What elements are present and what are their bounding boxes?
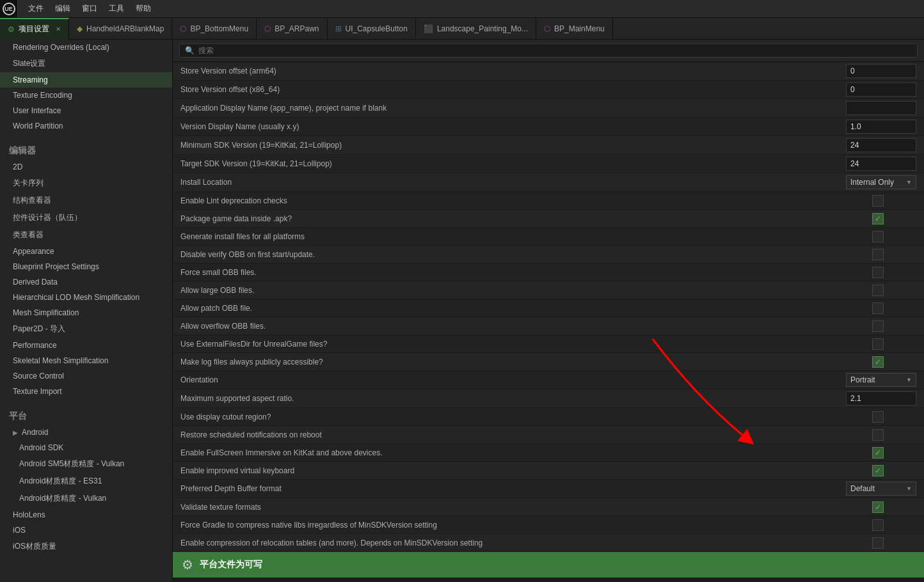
menu-tools[interactable]: 工具 [104, 1, 129, 17]
checkbox-allow-overflow-obb[interactable] [872, 320, 884, 332]
settings-table: Store Version offset (arm64) Store Versi… [173, 62, 924, 582]
checkbox-enable-lint[interactable] [872, 195, 884, 207]
setting-row-store-version-x86: Store Version offset (x86_64) [173, 81, 924, 99]
checkbox-use-display-cutout[interactable] [872, 411, 884, 423]
menu-window[interactable]: 窗口 [77, 1, 102, 17]
sidebar-item-texture-import[interactable]: Texture Import [0, 384, 172, 399]
sidebar-item-performance[interactable]: Performance [0, 338, 172, 353]
tab-capsule-button[interactable]: ⊞ UI_CapsuleButton [328, 18, 416, 40]
input-store-version-x86[interactable] [846, 83, 916, 97]
checkbox-validate-texture[interactable] [872, 501, 884, 513]
setting-row-target-sdk: Target SDK Version (19=KitKat, 21=Lollip… [173, 155, 924, 173]
sidebar-item-android-es31[interactable]: Android材质精度 - ES31 [0, 473, 172, 490]
checkbox-allow-patch-obb[interactable] [872, 303, 884, 314]
setting-row-use-external-files-dir: Use ExternalFilesDir for UnrealGame file… [173, 335, 924, 353]
menu-help[interactable]: 帮助 [131, 1, 156, 17]
sidebar-item-rendering-overrides[interactable]: Rendering Overrides (Local) [0, 40, 172, 55]
main-layout: Rendering Overrides (Local) Slate设置 Stre… [0, 40, 924, 582]
sidebar-item-android[interactable]: ▶ Android [0, 425, 172, 440]
checkbox-force-small-obb[interactable] [872, 267, 884, 278]
sidebar-item-card-list[interactable]: 关卡序列 [0, 175, 172, 192]
banner-text: 平台文件为可写 [200, 559, 262, 570]
checkbox-enable-fullscreen[interactable] [872, 447, 884, 459]
input-min-sdk[interactable] [846, 138, 916, 152]
sidebar-section-platform: 平台 [0, 404, 172, 425]
tab-bottom-menu[interactable]: ⬡ BP_BottomMenu [172, 18, 257, 40]
menu-edit[interactable]: 编辑 [50, 1, 76, 17]
tab-icon-ar-pawn: ⬡ [264, 24, 271, 33]
sidebar-section-editor: 编辑器 [0, 139, 172, 159]
tab-ar-pawn[interactable]: ⬡ BP_ARPawn [257, 18, 327, 40]
setting-row-preferred-depth-buffer: Preferred Depth Buffer format Default ▼ [173, 480, 924, 498]
setting-row-max-aspect-ratio: Maximum supported aspect ratio. [173, 389, 924, 408]
sidebar-item-2d[interactable]: 2D [0, 159, 172, 175]
sidebar-item-world-partition[interactable]: World Partition [0, 118, 172, 134]
checkbox-use-external-files-dir[interactable] [872, 338, 884, 350]
checkbox-make-log-files[interactable] [872, 356, 884, 368]
expand-arrow-android: ▶ [13, 429, 18, 436]
tab-icon-handheld: ◆ [77, 24, 83, 33]
setting-row-allow-large-obb: Allow large OBB files. [173, 281, 924, 299]
checkbox-disable-verify-obb[interactable] [872, 249, 884, 260]
sidebar-item-paper2d[interactable]: Paper2D - 导入 [0, 320, 172, 338]
tab-mainmenu[interactable]: ⬡ BP_MainMenu [536, 18, 613, 40]
setting-row-app-display-name: Application Display Name (app_name), pro… [173, 99, 924, 118]
menu-file[interactable]: 文件 [23, 1, 49, 17]
setting-row-enable-lint: Enable Lint deprecation checks [173, 192, 924, 210]
tab-handheld-map[interactable]: ◆ HandheldARBlankMap [69, 18, 172, 40]
sidebar-item-android-sdk[interactable]: Android SDK [0, 440, 172, 455]
setting-row-enable-compression: Enable compression of relocation tables … [173, 534, 924, 552]
sidebar-item-derived-data[interactable]: Derived Data [0, 274, 172, 290]
ue-icon: UE [3, 3, 15, 15]
tab-project-settings[interactable]: ⚙ 项目设置 ✕ [0, 18, 69, 40]
search-icon: 🔍 [185, 46, 195, 55]
input-max-aspect-ratio[interactable] [846, 391, 916, 405]
input-target-sdk[interactable] [846, 157, 916, 171]
input-app-display-name[interactable] [846, 101, 916, 115]
checkbox-generate-install[interactable] [872, 231, 884, 242]
checkbox-enable-compression[interactable] [872, 537, 884, 549]
checkbox-allow-large-obb[interactable] [872, 285, 884, 296]
sidebar-item-skeletal-mesh[interactable]: Skeletal Mesh Simplification [0, 353, 172, 368]
sidebar-item-user-interface[interactable]: User Interface [0, 103, 172, 118]
sidebar-item-blueprint-project[interactable]: Blueprint Project Settings [0, 259, 172, 274]
setting-row-enable-fullscreen: Enable FullScreen Immersive on KitKat an… [173, 444, 924, 462]
sidebar-item-ios[interactable]: iOS [0, 523, 172, 538]
tab-label-project-settings: 项目设置 [19, 24, 49, 35]
sidebar-item-android-vulkan[interactable]: Android材质精度 - Vulkan [0, 490, 172, 507]
checkbox-restore-notifications[interactable] [872, 429, 884, 441]
sidebar-item-source-control[interactable]: Source Control [0, 368, 172, 384]
input-version-display-name[interactable] [846, 120, 916, 134]
tab-label-bottom-menu: BP_BottomMenu [190, 24, 248, 33]
sidebar-item-hierarchical-lod[interactable]: Hierarchical LOD Mesh Simplification [0, 290, 172, 305]
sidebar-item-hololens[interactable]: HoloLens [0, 507, 172, 523]
dropdown-orientation[interactable]: Portrait ▼ [846, 373, 916, 387]
sidebar-item-ios-quality[interactable]: iOS材质质量 [0, 538, 172, 555]
sidebar: Rendering Overrides (Local) Slate设置 Stre… [0, 40, 173, 582]
setting-row-orientation: Orientation Portrait ▼ [173, 371, 924, 389]
input-store-version-arm64[interactable] [846, 64, 916, 78]
search-input[interactable] [198, 46, 912, 55]
sidebar-item-mesh-simplification[interactable]: Mesh Simplification [0, 305, 172, 320]
checkbox-force-gradle[interactable] [872, 519, 884, 531]
checkbox-package-game-data[interactable] [872, 213, 884, 224]
sidebar-item-widget-designer[interactable]: 控件设计器（队伍） [0, 209, 172, 226]
setting-row-min-sdk: Minimum SDK Version (19=KitKat, 21=Lolli… [173, 136, 924, 155]
sidebar-item-slate[interactable]: Slate设置 [0, 55, 172, 72]
dropdown-preferred-depth-buffer[interactable]: Default ▼ [846, 482, 916, 496]
tab-icon-landscape: ⬛ [424, 24, 433, 33]
setting-row-allow-patch-obb: Allow patch OBB file. [173, 299, 924, 317]
sidebar-item-android-sm5[interactable]: Android SM5材质精度 - Vulkan [0, 455, 172, 473]
setting-row-disable-verify-obb: Disable verify OBB on first start/update… [173, 246, 924, 263]
dropdown-install-location[interactable]: Internal Only ▼ [846, 175, 916, 189]
sidebar-item-appearance[interactable]: Appearance [0, 244, 172, 259]
checkbox-enable-virtual-keyboard[interactable] [872, 465, 884, 476]
sidebar-item-texture-encoding[interactable]: Texture Encoding [0, 88, 172, 103]
tab-landscape[interactable]: ⬛ Landscape_Painting_Mo... [416, 18, 536, 40]
sidebar-item-class-viewer[interactable]: 类查看器 [0, 226, 172, 244]
sidebar-item-streaming[interactable]: Streaming [0, 72, 172, 88]
tab-close-project-settings[interactable]: ✕ [56, 26, 61, 33]
title-bar: UE 文件 编辑 窗口 工具 帮助 [0, 0, 924, 18]
sidebar-item-struct-viewer[interactable]: 结构查看器 [0, 192, 172, 209]
tab-label-handheld: HandheldARBlankMap [86, 24, 164, 33]
